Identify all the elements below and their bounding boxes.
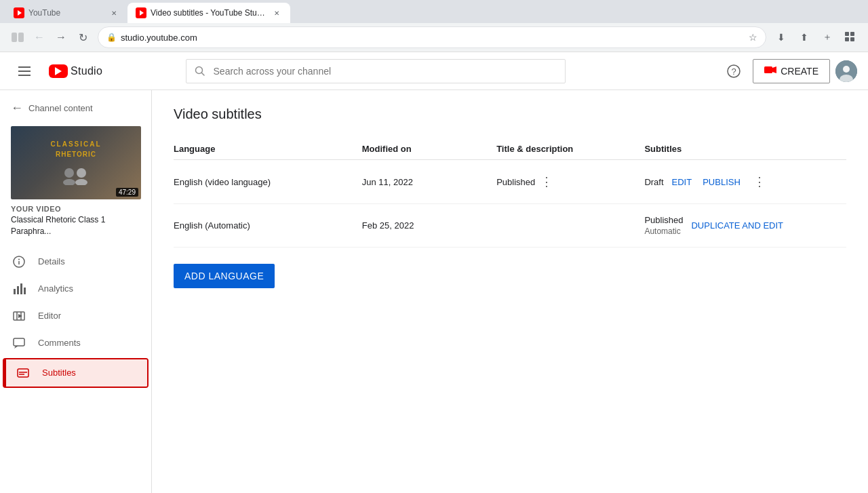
tab-youtube-title: YouTube bbox=[28, 8, 104, 18]
forward-button[interactable]: → bbox=[52, 28, 71, 47]
search-bar[interactable] bbox=[186, 59, 566, 83]
cell-language-1: English (Automatic) bbox=[174, 204, 362, 248]
action-publish-0[interactable]: PUBLISH bbox=[700, 173, 743, 191]
app: Studio ? bbox=[0, 52, 868, 493]
back-button[interactable]: ← bbox=[30, 28, 49, 47]
cell-modified-0: Jun 11, 2022 bbox=[362, 160, 496, 204]
titledesc-status-wrap-0: Published ⋮ bbox=[496, 174, 633, 189]
svg-rect-37 bbox=[14, 338, 24, 346]
row-actions-0: Draft EDIT PUBLISH ⋮ bbox=[644, 171, 835, 193]
svg-point-28 bbox=[18, 258, 20, 260]
reload-button[interactable]: ↻ bbox=[73, 28, 92, 47]
tab-youtube-close[interactable]: ✕ bbox=[108, 7, 119, 18]
comments-icon bbox=[11, 336, 27, 350]
nav-label-analytics: Analytics bbox=[38, 283, 140, 294]
tab-youtube-favicon bbox=[14, 7, 24, 18]
channel-back-link[interactable]: ← Channel content bbox=[0, 90, 151, 121]
nav-item-comments[interactable]: Comments bbox=[0, 330, 151, 357]
nav-item-details[interactable]: Details bbox=[0, 248, 151, 275]
subtitle-status-sub-1: Automatic bbox=[644, 226, 683, 236]
cell-titledesc-1 bbox=[496, 204, 644, 248]
search-input[interactable] bbox=[214, 66, 565, 77]
tab-youtube[interactable]: YouTube ✕ bbox=[5, 3, 127, 23]
video-thumbnail[interactable]: CLASSICAL RHETORIC bbox=[11, 126, 141, 199]
share-icon[interactable]: ⬆ bbox=[795, 28, 814, 47]
nav-item-subtitles[interactable]: Subtitles bbox=[4, 359, 147, 387]
col-header-modified: Modified on bbox=[362, 138, 496, 160]
lock-icon: 🔒 bbox=[106, 33, 117, 42]
nav-label-editor: Editor bbox=[38, 311, 140, 321]
tab-studio-title: Video subtitles - YouTube Studio bbox=[151, 8, 267, 18]
nav-label-details: Details bbox=[38, 256, 140, 267]
titledesc-menu-0[interactable]: ⋮ bbox=[540, 174, 553, 189]
svg-rect-39 bbox=[18, 369, 28, 377]
star-icon[interactable]: ☆ bbox=[749, 32, 757, 43]
browser-actions: ⬇ ⬆ ＋ bbox=[772, 28, 860, 47]
svg-point-23 bbox=[63, 179, 75, 185]
svg-point-25 bbox=[75, 179, 87, 185]
tab-studio-favicon bbox=[136, 7, 146, 18]
nav-item-analytics[interactable]: Analytics bbox=[0, 275, 151, 302]
cell-language-0: English (video language) bbox=[174, 160, 362, 204]
channel-back-label: Channel content bbox=[28, 103, 93, 113]
create-camera-icon bbox=[764, 65, 776, 77]
svg-rect-32 bbox=[24, 288, 26, 294]
action-edit-0[interactable]: EDIT bbox=[669, 173, 695, 191]
svg-rect-30 bbox=[17, 286, 19, 294]
more-options-0[interactable]: ⋮ bbox=[749, 171, 770, 193]
svg-rect-5 bbox=[18, 33, 24, 42]
nav-buttons: ← → ↻ bbox=[8, 28, 92, 47]
main-content: Video subtitles Language Modified on Tit… bbox=[152, 90, 868, 493]
titledesc-status-0: Published bbox=[496, 177, 535, 187]
svg-rect-6 bbox=[845, 32, 849, 36]
extensions-icon[interactable] bbox=[841, 28, 860, 47]
search-icon bbox=[186, 59, 214, 83]
table-header: Language Modified on Title & description… bbox=[174, 138, 846, 160]
app-body: ← Channel content CLASSICAL RHETORIC bbox=[0, 90, 868, 493]
svg-rect-29 bbox=[14, 289, 16, 294]
svg-rect-7 bbox=[850, 32, 854, 36]
sidebar-toggle-browser[interactable] bbox=[8, 28, 27, 47]
subtitles-table: Language Modified on Title & description… bbox=[174, 138, 846, 248]
create-button[interactable]: CREATE bbox=[753, 59, 830, 83]
logo-area[interactable]: Studio bbox=[49, 64, 102, 78]
svg-line-14 bbox=[201, 73, 204, 75]
page-title: Video subtitles bbox=[174, 106, 846, 122]
svg-rect-12 bbox=[18, 75, 31, 76]
nav-item-editor[interactable]: Editor bbox=[0, 302, 151, 330]
svg-point-22 bbox=[64, 168, 74, 178]
active-nav-outline: Subtitles bbox=[3, 358, 149, 388]
yt-play-triangle bbox=[55, 67, 62, 75]
cell-modified-1: Feb 25, 2022 bbox=[362, 204, 496, 248]
details-icon bbox=[11, 255, 27, 269]
svg-rect-9 bbox=[850, 37, 854, 41]
svg-rect-10 bbox=[18, 66, 31, 68]
create-label: CREATE bbox=[781, 66, 818, 77]
table-row: English (Automatic) Feb 25, 2022 Publish… bbox=[174, 204, 846, 248]
subtitle-status-1: Published bbox=[644, 215, 683, 225]
hamburger-button[interactable] bbox=[11, 58, 38, 85]
browser-chrome: YouTube ✕ Video subtitles - YouTube Stud… bbox=[0, 0, 868, 52]
address-bar[interactable]: 🔒 studio.youtube.com ☆ bbox=[98, 26, 766, 48]
nav-label-comments: Comments bbox=[38, 338, 140, 348]
tab-studio[interactable]: Video subtitles - YouTube Studio ✕ bbox=[127, 3, 290, 23]
studio-logo-text: Studio bbox=[71, 65, 102, 77]
cell-subtitles-1: Published Automatic DUPLICATE AND EDIT bbox=[644, 204, 846, 248]
download-icon[interactable]: ⬇ bbox=[772, 28, 791, 47]
avatar-button[interactable] bbox=[835, 60, 857, 82]
table-row: English (video language) Jun 11, 2022 Pu… bbox=[174, 160, 846, 204]
tab-studio-close[interactable]: ✕ bbox=[271, 7, 282, 18]
help-button[interactable]: ? bbox=[720, 58, 747, 85]
video-card: CLASSICAL RHETORIC bbox=[0, 121, 151, 248]
svg-marker-36 bbox=[18, 314, 22, 318]
add-language-button[interactable]: ADD LANGUAGE bbox=[174, 264, 275, 288]
action-dup-edit-1[interactable]: DUPLICATE AND EDIT bbox=[688, 216, 786, 235]
table-body: English (video language) Jun 11, 2022 Pu… bbox=[174, 160, 846, 248]
video-title: Classical Rhetoric Class 1 Paraphra... bbox=[11, 214, 140, 237]
thumbnail-people bbox=[62, 162, 90, 185]
new-tab-icon[interactable]: ＋ bbox=[818, 28, 837, 47]
subtitles-icon bbox=[15, 366, 31, 380]
subtitle-status-wrap-1: Published Automatic bbox=[644, 215, 683, 236]
browser-tabs: YouTube ✕ Video subtitles - YouTube Stud… bbox=[0, 0, 868, 23]
svg-rect-31 bbox=[20, 283, 22, 294]
